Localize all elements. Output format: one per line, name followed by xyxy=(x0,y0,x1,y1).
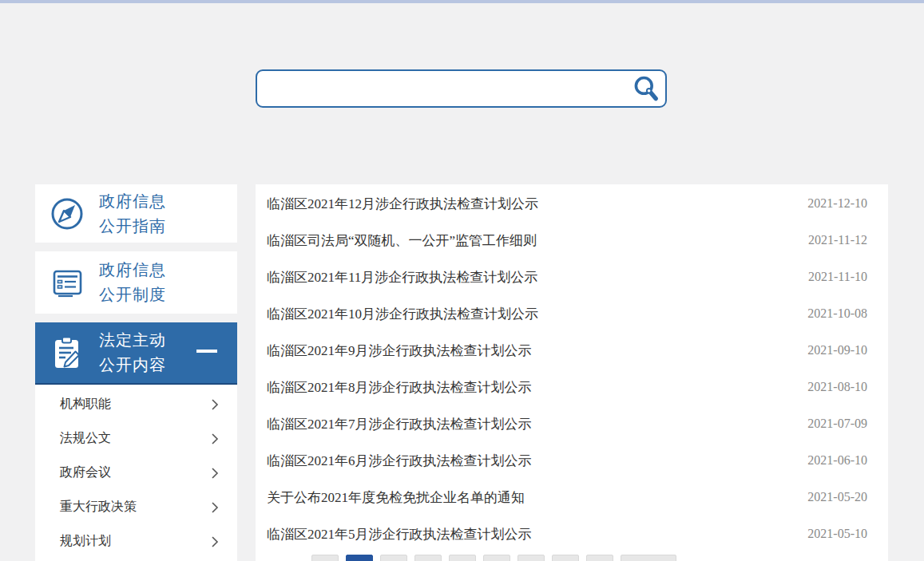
sidebar-item-disclosure-system[interactable]: 政府信息 公开制度 xyxy=(35,251,237,314)
submenu-item-major-decisions[interactable]: 重大行政决策 xyxy=(35,490,237,524)
article-list-panel: 临淄区2021年12月涉企行政执法检查计划公示 2021-12-10 临淄区司法… xyxy=(256,184,888,561)
sidebar-item-statutory-disclosure[interactable]: 法定主动 公开内容 xyxy=(35,322,237,385)
pagination-button[interactable] xyxy=(518,555,545,561)
list-item[interactable]: 临淄区2021年11月涉企行政执法检查计划公示 2021-11-10 xyxy=(256,259,888,295)
article-list: 临淄区2021年12月涉企行政执法检查计划公示 2021-12-10 临淄区司法… xyxy=(256,184,888,552)
compass-icon xyxy=(49,196,85,232)
article-title[interactable]: 临淄区2021年12月涉企行政执法检查计划公示 xyxy=(267,195,538,213)
submenu-label: 重大行政决策 xyxy=(60,499,137,516)
list-item[interactable]: 临淄区2021年5月涉企行政执法检查计划公示 2021-05-10 xyxy=(256,516,888,552)
list-item[interactable]: 临淄区2021年9月涉企行政执法检查计划公示 2021-09-10 xyxy=(256,332,888,369)
search-box xyxy=(256,69,667,108)
top-accent-bar xyxy=(0,0,924,3)
chevron-right-icon xyxy=(211,398,219,411)
article-date: 2021-11-12 xyxy=(808,233,867,247)
article-date: 2021-12-10 xyxy=(807,196,867,211)
pagination-button[interactable] xyxy=(414,555,442,561)
sidebar-item-disclosure-guide[interactable]: 政府信息 公开指南 xyxy=(35,184,237,243)
list-item[interactable]: 临淄区2021年12月涉企行政执法检查计划公示 2021-12-10 xyxy=(256,185,888,222)
sidebar-submenu: 机构职能 法规公文 政府会议 重大行政决策 xyxy=(35,385,237,561)
list-item[interactable]: 临淄区2021年8月涉企行政执法检查计划公示 2021-08-10 xyxy=(256,369,888,405)
article-title[interactable]: 临淄区2021年6月涉企行政执法检查计划公示 xyxy=(267,452,532,470)
article-title[interactable]: 临淄区2021年7月涉企行政执法检查计划公示 xyxy=(267,415,532,433)
pagination-button[interactable] xyxy=(449,555,476,561)
article-title[interactable]: 临淄区2021年5月涉企行政执法检查计划公示 xyxy=(267,525,532,543)
chevron-right-icon xyxy=(211,467,219,480)
clipboard-pencil-icon xyxy=(49,334,85,371)
search-input[interactable] xyxy=(257,71,629,106)
sidebar-item-label: 政府信息 公开指南 xyxy=(99,189,166,239)
pagination-button-current[interactable] xyxy=(346,555,373,561)
document-list-icon xyxy=(49,264,85,301)
submenu-label: 法规公文 xyxy=(60,430,111,447)
chevron-right-icon xyxy=(211,433,219,445)
pagination-button[interactable] xyxy=(380,555,407,561)
pagination-button[interactable] xyxy=(483,555,510,561)
search-icon xyxy=(632,74,660,103)
article-date: 2021-09-10 xyxy=(807,343,867,358)
article-date: 2021-05-20 xyxy=(807,490,867,504)
collapse-indicator[interactable] xyxy=(196,350,217,353)
submenu-item-government-meetings[interactable]: 政府会议 xyxy=(35,456,237,490)
sidebar: 政府信息 公开指南 政府信息 公开制度 xyxy=(35,184,237,561)
chevron-right-icon xyxy=(211,501,219,514)
submenu-label: 规划计划 xyxy=(60,533,111,550)
sidebar-item-label: 法定主动 公开内容 xyxy=(99,328,166,377)
article-date: 2021-07-09 xyxy=(807,417,867,431)
list-item[interactable]: 临淄区司法局“双随机、一公开”监管工作细则 2021-11-12 xyxy=(256,222,888,259)
submenu-item-regulations-documents[interactable]: 法规公文 xyxy=(35,421,237,456)
submenu-item-planning[interactable]: 规划计划 xyxy=(35,524,237,559)
submenu-label: 政府会议 xyxy=(60,464,111,481)
article-title[interactable]: 临淄区2021年10月涉企行政执法检查计划公示 xyxy=(267,305,538,323)
article-date: 2021-06-10 xyxy=(807,453,867,468)
article-date: 2021-10-08 xyxy=(807,306,867,321)
submenu-item-organization-functions[interactable]: 机构职能 xyxy=(35,387,237,421)
article-title[interactable]: 关于公布2021年度免检免扰企业名单的通知 xyxy=(267,488,525,507)
submenu-label: 机构职能 xyxy=(60,396,111,413)
pagination xyxy=(311,555,676,561)
chevron-right-icon xyxy=(211,535,219,548)
article-date: 2021-05-10 xyxy=(807,527,867,541)
list-item[interactable]: 关于公布2021年度免检免扰企业名单的通知 2021-05-20 xyxy=(256,479,888,516)
article-date: 2021-11-10 xyxy=(808,270,867,284)
search-button[interactable] xyxy=(629,71,664,106)
pagination-button-next[interactable] xyxy=(621,555,676,561)
list-item[interactable]: 临淄区2021年7月涉企行政执法检查计划公示 2021-07-09 xyxy=(256,405,888,442)
article-title[interactable]: 临淄区司法局“双随机、一公开”监管工作细则 xyxy=(267,231,537,250)
pagination-button[interactable] xyxy=(586,555,613,561)
article-title[interactable]: 临淄区2021年9月涉企行政执法检查计划公示 xyxy=(267,342,532,360)
list-item[interactable]: 临淄区2021年6月涉企行政执法检查计划公示 2021-06-10 xyxy=(256,442,888,479)
pagination-button[interactable] xyxy=(311,555,339,561)
page-root: 政府信息 公开指南 政府信息 公开制度 xyxy=(0,0,924,561)
list-item[interactable]: 临淄区2021年10月涉企行政执法检查计划公示 2021-10-08 xyxy=(256,295,888,332)
article-date: 2021-08-10 xyxy=(807,380,867,394)
article-title[interactable]: 临淄区2021年11月涉企行政执法检查计划公示 xyxy=(267,268,537,286)
article-title[interactable]: 临淄区2021年8月涉企行政执法检查计划公示 xyxy=(267,378,532,397)
sidebar-item-label: 政府信息 公开制度 xyxy=(99,258,166,307)
pagination-button[interactable] xyxy=(552,555,579,561)
